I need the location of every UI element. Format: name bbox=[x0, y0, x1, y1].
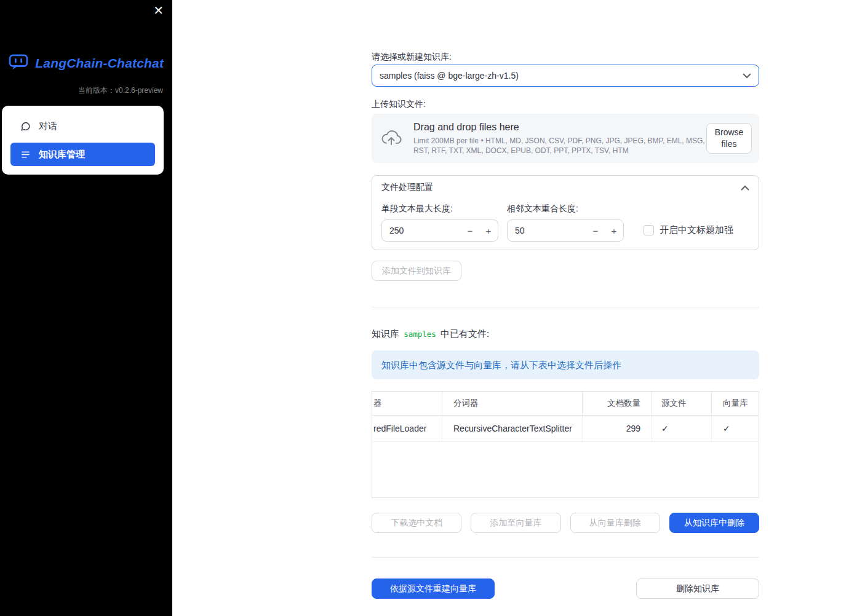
file-action-buttons: 下载选中文档 添加至向量库 从向量库删除 从知识库中删除 bbox=[372, 513, 759, 533]
max-length-value[interactable]: 250 bbox=[382, 220, 461, 241]
increment-button[interactable]: + bbox=[479, 220, 498, 241]
cell-splitter[interactable]: RecursiveCharacterTextSplitter bbox=[442, 416, 583, 441]
delete-from-vector-store-button[interactable]: 从向量库删除 bbox=[570, 513, 660, 533]
sidebar: ✕ LangChain-Chatchat 当前版本：v0.2.6-preview… bbox=[0, 0, 172, 616]
divider bbox=[372, 307, 759, 307]
main-content: 请选择或新建知识库: samples (faiss @ bge-large-zh… bbox=[372, 0, 759, 599]
upload-label: 上传知识文件: bbox=[372, 98, 759, 109]
expander-title: 文件处理配置 bbox=[381, 182, 433, 193]
overlap-label: 相邻文本重合长度: bbox=[507, 203, 624, 214]
dropzone-hint: Limit 200MB per file • HTML, MD, JSON, C… bbox=[413, 136, 706, 156]
chevron-up-icon bbox=[741, 185, 749, 191]
chat-bubble-icon bbox=[20, 121, 31, 132]
dropzone-text: Drag and drop files here Limit 200MB per… bbox=[413, 122, 706, 156]
rebuild-vector-store-button[interactable]: 依据源文件重建向量库 bbox=[372, 578, 495, 599]
cell-loader[interactable]: redFileLoader bbox=[372, 416, 442, 441]
kb-select-value: samples (faiss @ bge-large-zh-v1.5) bbox=[380, 71, 519, 81]
table-row[interactable]: redFileLoader RecursiveCharacterTextSpli… bbox=[372, 416, 759, 442]
chevron-down-icon bbox=[743, 73, 751, 79]
kb-select-label: 请选择或新建知识库: bbox=[372, 51, 759, 62]
knowledge-base-icon bbox=[20, 149, 31, 160]
kb-select[interactable]: samples (faiss @ bge-large-zh-v1.5) bbox=[372, 65, 759, 87]
sidebar-item-knowledge-base[interactable]: 知识库管理 bbox=[10, 143, 155, 166]
existing-files-heading: 知识库 samples 中已有文件: bbox=[372, 328, 759, 341]
kb-name-code: samples bbox=[402, 330, 438, 339]
expander-body: 单段文本最大长度: 250 − + 相邻文本重合长度: 50 − + bbox=[372, 199, 759, 250]
sidebar-item-dialogue[interactable]: 对话 bbox=[10, 114, 155, 138]
app-window: ✕ LangChain-Chatchat 当前版本：v0.2.6-preview… bbox=[0, 0, 849, 616]
overlap-input[interactable]: 50 − + bbox=[507, 219, 624, 242]
cloud-upload-icon bbox=[380, 130, 402, 147]
column-header-loader[interactable]: 器 bbox=[372, 392, 442, 415]
expander-header[interactable]: 文件处理配置 bbox=[372, 176, 759, 199]
download-selected-button[interactable]: 下载选中文档 bbox=[372, 513, 461, 533]
divider bbox=[372, 557, 759, 558]
overlap-value[interactable]: 50 bbox=[508, 220, 586, 241]
max-length-label: 单段文本最大长度: bbox=[381, 203, 498, 214]
heading-suffix: 中已有文件: bbox=[440, 328, 489, 339]
sidebar-menu: 对话 知识库管理 bbox=[2, 106, 164, 175]
delete-from-kb-button[interactable]: 从知识库中删除 bbox=[669, 513, 759, 533]
checkbox-icon[interactable] bbox=[644, 225, 654, 235]
column-header-vector-store[interactable]: 向量库 bbox=[712, 392, 759, 415]
increment-button[interactable]: + bbox=[605, 220, 623, 241]
cell-vector-store-check[interactable]: ✓ bbox=[712, 416, 759, 441]
delete-kb-button[interactable]: 删除知识库 bbox=[636, 578, 759, 599]
app-logo: LangChain-Chatchat bbox=[0, 54, 172, 73]
file-config-expander: 文件处理配置 单段文本最大长度: 250 − + 相邻文本重合长度: bbox=[372, 175, 759, 250]
cell-source-file-check[interactable]: ✓ bbox=[652, 416, 712, 441]
info-alert: 知识库中包含源文件与向量库，请从下表中选择文件后操作 bbox=[372, 350, 759, 379]
decrement-button[interactable]: − bbox=[461, 220, 479, 241]
table-header-row: 器 分词器 文档数量 源文件 向量库 bbox=[372, 392, 759, 416]
kb-bottom-buttons: 依据源文件重建向量库 删除知识库 bbox=[372, 578, 759, 599]
files-table: 器 分词器 文档数量 源文件 向量库 redFileLoader Recursi… bbox=[372, 391, 759, 498]
cell-doc-count[interactable]: 299 bbox=[583, 416, 652, 441]
browse-files-button[interactable]: Browse files bbox=[706, 123, 752, 154]
version-label: 当前版本：v0.2.6-preview bbox=[78, 85, 163, 96]
dropzone-title: Drag and drop files here bbox=[413, 122, 706, 133]
spacer bbox=[495, 578, 636, 599]
sidebar-item-label: 对话 bbox=[39, 120, 57, 132]
chinese-title-checkbox[interactable]: 开启中文标题加强 bbox=[644, 224, 733, 236]
column-header-splitter[interactable]: 分词器 bbox=[442, 392, 583, 415]
add-to-vector-store-button[interactable]: 添加至向量库 bbox=[471, 513, 560, 533]
close-sidebar-button[interactable]: ✕ bbox=[153, 4, 164, 17]
column-header-doc-count[interactable]: 文档数量 bbox=[583, 392, 652, 415]
column-header-source-file[interactable]: 源文件 bbox=[652, 392, 712, 415]
add-files-button[interactable]: 添加文件到知识库 bbox=[372, 261, 461, 281]
decrement-button[interactable]: − bbox=[586, 220, 605, 241]
logo-chat-icon bbox=[9, 54, 28, 73]
max-length-input[interactable]: 250 − + bbox=[381, 219, 498, 242]
file-dropzone[interactable]: Drag and drop files here Limit 200MB per… bbox=[372, 114, 759, 163]
sidebar-item-label: 知识库管理 bbox=[39, 149, 85, 160]
checkbox-label: 开启中文标题加强 bbox=[660, 224, 733, 236]
max-length-field: 单段文本最大长度: 250 − + bbox=[381, 203, 498, 242]
heading-prefix: 知识库 bbox=[372, 328, 399, 339]
overlap-field: 相邻文本重合长度: 50 − + bbox=[507, 203, 624, 242]
logo-text: LangChain-Chatchat bbox=[35, 56, 164, 71]
